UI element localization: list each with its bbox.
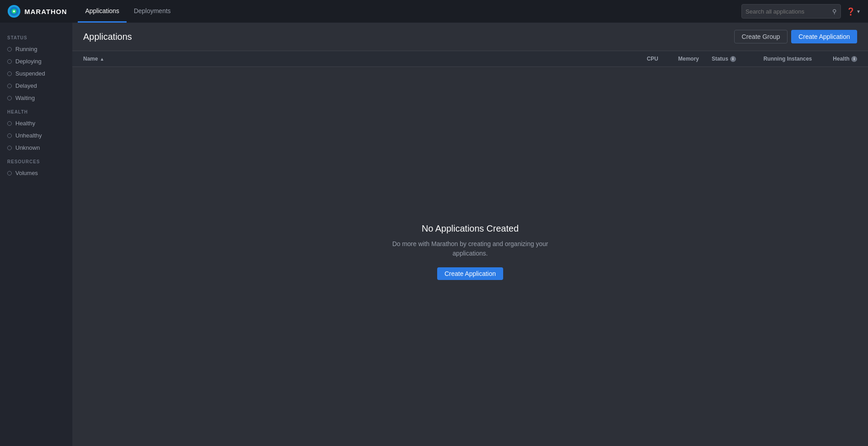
delayed-dot [7,84,12,88]
volumes-dot [7,171,12,176]
sidebar-unhealthy-label: Unhealthy [15,132,42,139]
col-cpu-header: CPU [622,56,658,62]
sidebar-waiting-label: Waiting [15,95,35,101]
create-application-header-button[interactable]: Create Application [791,30,857,43]
sidebar: STATUS Running Deploying Suspended Delay… [0,23,72,446]
unhealthy-dot [7,133,12,138]
sidebar-item-healthy[interactable]: Healthy [0,117,72,129]
sidebar-item-delayed[interactable]: Delayed [0,80,72,92]
main-layout: STATUS Running Deploying Suspended Delay… [0,23,868,446]
create-application-empty-button[interactable]: Create Application [437,267,503,280]
sidebar-item-deploying[interactable]: Deploying [0,55,72,67]
sidebar-item-suspended[interactable]: Suspended [0,67,72,80]
logo: MARATHON [7,5,67,18]
empty-state: No Applications Created Do more with Mar… [72,67,868,436]
col-health-header: Health i [812,56,857,62]
nav-applications[interactable]: Applications [78,0,127,23]
search-box: ⚲ [741,4,841,19]
col-memory-header: Memory [658,56,699,62]
sidebar-healthy-label: Healthy [15,120,35,127]
create-group-button[interactable]: Create Group [734,30,788,43]
col-status-header: Status i [699,56,749,62]
marathon-logo-icon [7,5,21,18]
sidebar-delayed-label: Delayed [15,82,37,89]
table-header: Name ▲ CPU Memory Status i Running Insta… [72,51,868,67]
search-input[interactable] [745,8,832,15]
brand-name: MARATHON [24,8,67,15]
nav-links: Applications Deployments [78,0,741,23]
col-running-header: Running Instances [749,56,812,62]
col-running-label: Running Instances [764,56,812,62]
col-cpu-label: CPU [647,56,658,62]
col-name-label: Name [83,56,98,62]
nav-right: ⚲ ❓ ▼ [741,4,861,19]
suspended-dot [7,71,12,76]
content-area: Applications Create Group Create Applica… [72,23,868,446]
empty-title: No Applications Created [422,223,519,234]
page-title: Applications [83,32,132,42]
sidebar-item-volumes[interactable]: Volumes [0,167,72,179]
topnav: MARATHON Applications Deployments ⚲ ❓ ▼ [0,0,868,23]
help-icon: ❓ [846,7,855,16]
sidebar-deploying-label: Deploying [15,58,42,65]
empty-description: Do more with Marathon by creating and or… [389,239,552,258]
help-button[interactable]: ❓ ▼ [846,7,861,16]
health-info-icon[interactable]: i [851,56,857,62]
deploying-dot [7,59,12,64]
status-info-icon[interactable]: i [730,56,736,62]
sidebar-item-unhealthy[interactable]: Unhealthy [0,129,72,142]
sidebar-running-label: Running [15,46,37,52]
header-buttons: Create Group Create Application [734,30,857,43]
col-name-header[interactable]: Name ▲ [83,56,622,62]
col-health-label: Health [833,56,849,62]
sidebar-item-waiting[interactable]: Waiting [0,92,72,104]
sidebar-suspended-label: Suspended [15,70,45,77]
health-section-title: HEALTH [0,104,72,117]
sidebar-item-unknown[interactable]: Unknown [0,142,72,154]
col-memory-label: Memory [678,56,699,62]
healthy-dot [7,121,12,126]
unknown-dot [7,146,12,150]
help-chevron: ▼ [856,9,861,14]
search-icon: ⚲ [832,8,837,15]
resources-section-title: RESOURCES [0,154,72,167]
sidebar-item-running[interactable]: Running [0,43,72,55]
svg-point-3 [13,10,15,12]
col-status-label: Status [712,56,728,62]
running-dot [7,47,12,52]
status-section-title: STATUS [0,30,72,43]
sort-arrow-icon: ▲ [100,57,104,62]
sidebar-unknown-label: Unknown [15,144,40,151]
sidebar-volumes-label: Volumes [15,170,38,176]
nav-deployments[interactable]: Deployments [127,0,178,23]
content-header: Applications Create Group Create Applica… [72,23,868,51]
waiting-dot [7,96,12,100]
